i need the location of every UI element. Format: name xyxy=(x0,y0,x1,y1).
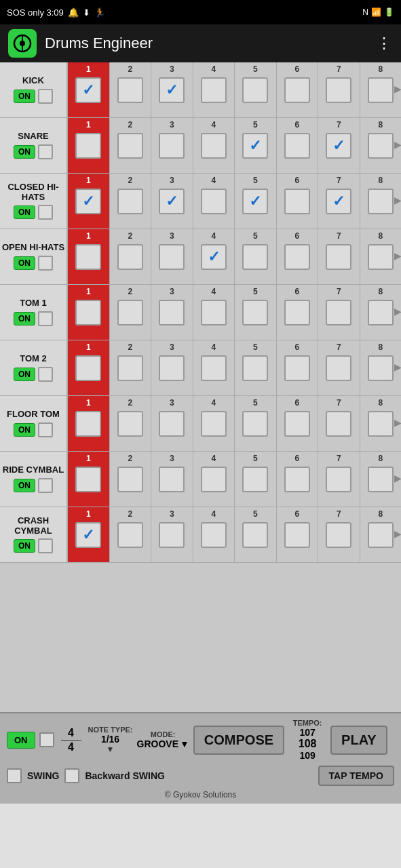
beat-checkbox-4-7[interactable] xyxy=(368,300,394,326)
beat-checkbox-8-6[interactable] xyxy=(326,522,351,548)
beat-checkbox-5-5[interactable] xyxy=(284,355,310,381)
note-type-value[interactable]: 1/16 xyxy=(101,734,119,745)
beat-checkbox-7-6[interactable] xyxy=(326,467,351,492)
on-button-4[interactable]: ON xyxy=(14,312,35,326)
beat-checkbox-1-2[interactable] xyxy=(159,133,185,159)
mute-checkbox-0[interactable] xyxy=(38,89,53,104)
beat-checkbox-1-3[interactable] xyxy=(201,133,227,159)
mute-checkbox-7[interactable] xyxy=(38,478,53,493)
on-button-2[interactable]: ON xyxy=(14,205,35,219)
mute-checkbox-2[interactable] xyxy=(38,205,53,220)
beat-checkbox-1-5[interactable] xyxy=(284,133,310,159)
beat-checkbox-7-5[interactable] xyxy=(284,467,310,492)
beat-checkbox-5-2[interactable] xyxy=(159,355,185,381)
global-mute-checkbox[interactable] xyxy=(39,732,54,747)
play-button[interactable]: PLAY xyxy=(330,726,387,755)
tempo-spinner[interactable]: 107 108 109 xyxy=(299,727,317,762)
beat-checkbox-6-5[interactable] xyxy=(284,411,310,437)
beat-checkbox-3-4[interactable] xyxy=(242,244,268,270)
beat-checkbox-1-1[interactable] xyxy=(117,133,143,159)
mute-checkbox-1[interactable] xyxy=(38,144,53,159)
beat-checkbox-3-5[interactable] xyxy=(284,244,310,270)
menu-button[interactable]: ⋮ xyxy=(377,35,393,52)
beat-checkbox-5-1[interactable] xyxy=(117,355,143,381)
beat-checkbox-8-5[interactable] xyxy=(284,522,310,548)
on-button-5[interactable]: ON xyxy=(14,368,35,381)
beat-checkbox-7-0[interactable] xyxy=(75,467,101,492)
swing-checkbox[interactable] xyxy=(7,768,22,783)
beat-checkbox-4-3[interactable] xyxy=(201,300,227,326)
beat-checkbox-2-1[interactable] xyxy=(117,189,143,214)
beat-checkbox-4-5[interactable] xyxy=(284,300,310,326)
beat-checkbox-3-2[interactable] xyxy=(159,244,185,270)
beat-checkbox-0-7[interactable] xyxy=(368,77,394,103)
beat-checkbox-6-7[interactable] xyxy=(368,411,394,437)
beat-checkbox-6-1[interactable] xyxy=(117,411,143,437)
beat-checkbox-0-1[interactable] xyxy=(117,77,143,103)
beat-checkbox-2-0[interactable] xyxy=(75,189,101,214)
beat-checkbox-4-6[interactable] xyxy=(326,300,351,326)
on-button-0[interactable]: ON xyxy=(14,90,35,103)
beat-checkbox-7-4[interactable] xyxy=(242,467,268,492)
mute-checkbox-5[interactable] xyxy=(38,367,53,382)
mode-value[interactable]: GROOVE ▼ xyxy=(137,738,189,749)
beat-checkbox-0-3[interactable] xyxy=(201,77,227,103)
beat-checkbox-6-4[interactable] xyxy=(242,411,268,437)
on-button-3[interactable]: ON xyxy=(14,256,35,270)
tap-tempo-button[interactable]: TAP TEMPO xyxy=(318,766,394,786)
beat-checkbox-2-5[interactable] xyxy=(284,189,310,214)
mute-checkbox-4[interactable] xyxy=(38,311,53,326)
beat-checkbox-5-3[interactable] xyxy=(201,355,227,381)
compose-button[interactable]: COMPOSE xyxy=(193,726,284,755)
beat-checkbox-1-0[interactable] xyxy=(75,133,101,159)
beat-checkbox-1-7[interactable] xyxy=(368,133,394,159)
beat-checkbox-8-7[interactable] xyxy=(368,522,394,548)
on-button-8[interactable]: ON xyxy=(14,539,35,553)
beat-checkbox-8-2[interactable] xyxy=(159,522,185,548)
beat-checkbox-4-2[interactable] xyxy=(159,300,185,326)
beat-checkbox-5-7[interactable] xyxy=(368,355,394,381)
beat-checkbox-3-1[interactable] xyxy=(117,244,143,270)
on-button-7[interactable]: ON xyxy=(14,479,35,492)
beat-checkbox-7-2[interactable] xyxy=(159,467,185,492)
beat-checkbox-7-3[interactable] xyxy=(201,467,227,492)
beat-checkbox-6-3[interactable] xyxy=(201,411,227,437)
beat-checkbox-3-7[interactable] xyxy=(368,244,394,270)
beat-checkbox-2-6[interactable] xyxy=(326,189,351,214)
beat-checkbox-3-6[interactable] xyxy=(326,244,351,270)
global-on-button[interactable]: ON xyxy=(7,732,35,749)
beat-checkbox-2-7[interactable] xyxy=(368,189,394,214)
beat-checkbox-2-4[interactable] xyxy=(242,189,268,214)
beat-checkbox-5-0[interactable] xyxy=(75,355,101,381)
beat-checkbox-8-3[interactable] xyxy=(201,522,227,548)
beat-checkbox-7-1[interactable] xyxy=(117,467,143,492)
beat-checkbox-5-4[interactable] xyxy=(242,355,268,381)
beat-checkbox-0-4[interactable] xyxy=(242,77,268,103)
beat-checkbox-6-6[interactable] xyxy=(326,411,351,437)
beat-checkbox-4-0[interactable] xyxy=(75,300,101,326)
beat-checkbox-3-3[interactable] xyxy=(201,244,227,270)
on-button-1[interactable]: ON xyxy=(14,145,35,159)
on-button-6[interactable]: ON xyxy=(14,423,35,437)
beat-checkbox-1-4[interactable] xyxy=(242,133,268,159)
beat-checkbox-0-2[interactable] xyxy=(159,77,185,103)
beat-checkbox-7-7[interactable] xyxy=(368,467,394,492)
beat-checkbox-6-2[interactable] xyxy=(159,411,185,437)
mute-checkbox-8[interactable] xyxy=(38,538,53,553)
beat-checkbox-0-0[interactable] xyxy=(75,77,101,103)
beat-checkbox-8-4[interactable] xyxy=(242,522,268,548)
beat-checkbox-4-4[interactable] xyxy=(242,300,268,326)
beat-checkbox-6-0[interactable] xyxy=(75,411,101,437)
beat-checkbox-3-0[interactable] xyxy=(75,244,101,270)
beat-checkbox-0-5[interactable] xyxy=(284,77,310,103)
beat-checkbox-2-3[interactable] xyxy=(201,189,227,214)
mute-checkbox-3[interactable] xyxy=(38,256,53,271)
mute-checkbox-6[interactable] xyxy=(38,422,53,437)
backward-swing-checkbox[interactable] xyxy=(64,768,79,783)
beat-checkbox-5-6[interactable] xyxy=(326,355,351,381)
beat-checkbox-1-6[interactable] xyxy=(326,133,351,159)
beat-checkbox-2-2[interactable] xyxy=(159,189,185,214)
beat-checkbox-0-6[interactable] xyxy=(326,77,351,103)
beat-checkbox-8-0[interactable] xyxy=(75,522,101,548)
beat-checkbox-4-1[interactable] xyxy=(117,300,143,326)
